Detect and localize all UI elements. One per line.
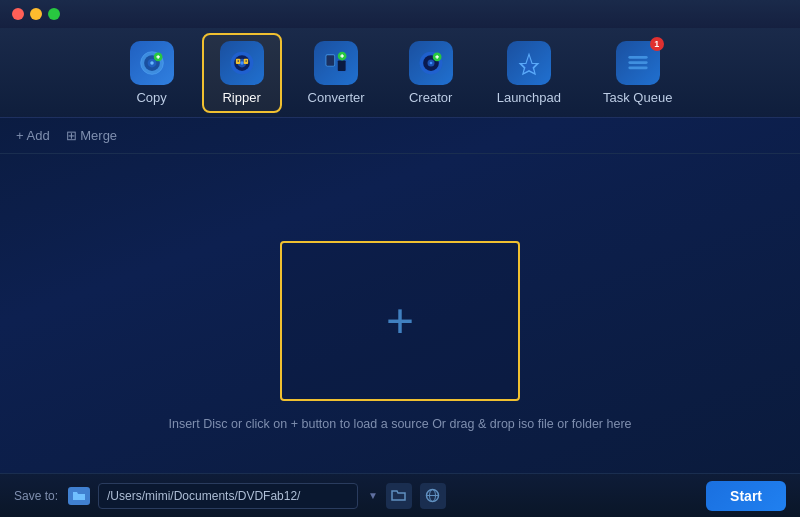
add-button[interactable]: + Add xyxy=(16,128,50,143)
svg-point-3 xyxy=(150,61,154,65)
svg-rect-19 xyxy=(338,60,346,71)
svg-point-26 xyxy=(429,61,432,64)
copy-label: Copy xyxy=(136,90,166,105)
creator-icon xyxy=(409,41,453,85)
action-bar: + Add ⊞ Merge xyxy=(0,118,800,154)
traffic-lights xyxy=(12,8,60,20)
merge-button[interactable]: ⊞ Merge xyxy=(66,128,117,143)
globe-button[interactable] xyxy=(420,483,446,509)
maximize-button[interactable] xyxy=(48,8,60,20)
copy-icon xyxy=(130,41,174,85)
taskqueue-label: Task Queue xyxy=(603,90,672,105)
path-input[interactable] xyxy=(98,483,358,509)
svg-rect-32 xyxy=(628,66,647,69)
launchpad-icon xyxy=(507,41,551,85)
ripper-label: Ripper xyxy=(222,90,260,105)
app-window: Copy Ripper xyxy=(0,0,800,517)
nav-item-launchpad[interactable]: Launchpad xyxy=(481,33,577,113)
launchpad-label: Launchpad xyxy=(497,90,561,105)
bottom-bar: Save to: ▼ Start xyxy=(0,473,800,517)
open-folder-button[interactable] xyxy=(386,483,412,509)
taskqueue-badge: 1 xyxy=(650,37,664,51)
svg-rect-18 xyxy=(327,55,335,66)
nav-item-taskqueue[interactable]: 1 Task Queue xyxy=(587,33,688,113)
taskqueue-icon: 1 xyxy=(616,41,660,85)
svg-point-11 xyxy=(240,61,244,65)
titlebar xyxy=(0,0,800,28)
svg-rect-30 xyxy=(628,56,647,59)
converter-icon xyxy=(314,41,358,85)
nav-toolbar: Copy Ripper xyxy=(0,28,800,118)
ripper-icon xyxy=(220,41,264,85)
main-content: + Insert Disc or click on + button to lo… xyxy=(0,154,800,517)
nav-item-creator[interactable]: Creator xyxy=(391,33,471,113)
save-to-label: Save to: xyxy=(14,489,58,503)
nav-item-converter[interactable]: Converter xyxy=(292,33,381,113)
close-button[interactable] xyxy=(12,8,24,20)
converter-label: Converter xyxy=(308,90,365,105)
minimize-button[interactable] xyxy=(30,8,42,20)
merge-label: ⊞ Merge xyxy=(66,128,117,143)
svg-rect-15 xyxy=(245,60,246,61)
folder-color-icon xyxy=(68,487,90,505)
nav-item-ripper[interactable]: Ripper xyxy=(202,33,282,113)
drop-hint: Insert Disc or click on + button to load… xyxy=(168,417,631,431)
nav-item-copy[interactable]: Copy xyxy=(112,33,192,113)
plus-icon: + xyxy=(386,297,414,345)
drop-zone[interactable]: + xyxy=(280,241,520,401)
creator-label: Creator xyxy=(409,90,452,105)
add-label: + Add xyxy=(16,128,50,143)
dropdown-arrow-icon[interactable]: ▼ xyxy=(368,490,378,501)
start-button[interactable]: Start xyxy=(706,481,786,511)
svg-rect-31 xyxy=(628,61,647,64)
svg-rect-14 xyxy=(237,60,238,61)
